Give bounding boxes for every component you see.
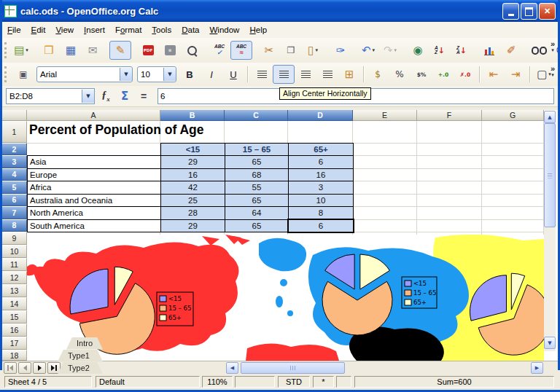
table-row-name[interactable]: Australia and Oceania [27,194,161,208]
table-cell[interactable]: 25 [160,194,225,208]
add-decimal-icon[interactable]: +.0 [432,65,454,84]
last-sheet-button[interactable] [47,362,61,374]
dropdown-icon[interactable]: ▾ [394,47,397,53]
row-header-4[interactable]: 4 [2,168,27,181]
table-cell[interactable]: 42 [160,181,225,195]
table-cell[interactable]: 29 [160,155,225,169]
autospellcheck-icon[interactable]: ABC≈ [230,41,252,60]
row-header-16[interactable]: 16 [2,324,27,337]
insert-chart-icon[interactable] [478,41,500,60]
percent-format-icon[interactable]: % [389,65,411,84]
standard-format-icon[interactable]: $% [411,65,432,84]
spellcheck-icon[interactable]: ABC✓ [209,41,230,60]
first-sheet-button[interactable] [4,362,17,374]
column-header-F[interactable]: F [417,109,482,121]
table-row-name[interactable]: North America [27,206,161,220]
row-header-17[interactable]: 17 [2,337,27,350]
table-cell[interactable]: 68 [225,168,289,182]
row-header-9[interactable]: 9 [2,232,27,245]
page-preview-icon[interactable] [181,41,203,60]
maximize-button[interactable] [521,3,537,20]
copy-icon[interactable]: ❐ [280,41,302,60]
row-header-5[interactable]: 5 [2,181,27,194]
function-button[interactable]: = [136,88,152,104]
menu-help[interactable]: Help [244,23,272,36]
table-cell[interactable]: 65 [225,219,289,233]
currency-format-icon[interactable]: $ [367,65,389,84]
align-right-icon[interactable] [295,65,316,84]
toolbar-overflow-button[interactable]: »▾ [551,65,555,78]
scroll-down-icon[interactable]: ▼ [544,337,556,349]
name-box[interactable]: B2:D8 ▼ [6,88,95,104]
menu-view[interactable]: View [50,23,79,36]
menu-format[interactable]: Format [110,23,147,36]
scroll-right-icon[interactable]: ▶ [531,362,543,374]
dropdown-icon[interactable]: ▼ [163,68,176,81]
horizontal-scroll-thumb[interactable] [241,362,345,374]
row-header-6[interactable]: 6 [2,194,27,207]
table-cell[interactable]: 16 [288,168,354,182]
row-header-15[interactable]: 15 [2,310,27,324]
sort-ascending-icon[interactable]: AZ↓ [429,41,451,60]
bold-button[interactable]: B [179,65,201,84]
paste-icon[interactable]: ▯▾ [302,41,324,60]
row-header-14[interactable]: 14 [2,297,27,310]
sum-button[interactable]: Σ [117,88,133,104]
row-header-8[interactable]: 8 [2,219,27,232]
undo-icon[interactable]: ↶▾ [357,41,379,60]
status-zoom[interactable]: 110% [202,376,233,388]
save-icon[interactable]: ▦ [60,41,82,60]
function-wizard-button[interactable]: ƒx [98,88,114,104]
sheet-tab-type1[interactable]: Type1 [58,350,103,362]
spreadsheet-grid[interactable]: <1515 – 6565+<1515 – 6565+ <1515 – 6565+… [0,109,560,361]
table-row-name[interactable]: South America [27,219,161,233]
world-map-pie-chart[interactable]: <1515 – 6565+<1515 – 6565+ [27,235,544,361]
cut-icon[interactable]: ✂ [258,41,280,60]
table-cell[interactable]: 65 [225,194,289,208]
sheet-tab-intro[interactable]: Intro [66,337,103,350]
table-cell[interactable]: 10 [288,194,354,208]
table-cell[interactable]: 3 [288,181,354,195]
menu-insert[interactable]: Insert [79,23,110,36]
scroll-left-icon[interactable]: ◀ [226,362,238,374]
table-cell[interactable]: 16 [160,168,225,182]
underline-button[interactable]: U [222,65,244,84]
toolbar-grip[interactable] [4,66,9,82]
sheet-tab-type2[interactable]: Type2 [58,362,103,375]
column-header-B[interactable]: B [160,109,225,121]
font-name-combo[interactable]: Arial▼ [36,66,133,82]
column-header-E[interactable]: E [353,109,417,121]
column-header-C[interactable]: C [225,109,288,121]
menu-data[interactable]: Data [176,23,204,36]
row-header-13[interactable]: 13 [2,284,27,297]
menu-window[interactable]: Window [205,23,245,36]
menu-tools[interactable]: Tools [147,23,176,36]
status-selection-mode[interactable]: STD [278,376,310,388]
menu-file[interactable]: File [2,23,26,36]
column-header-A[interactable]: A [27,109,160,121]
row-header-7[interactable]: 7 [2,206,27,219]
decrease-indent-icon[interactable]: ⇤ [483,65,505,84]
dropdown-icon[interactable]: ▾ [315,47,318,53]
minimize-button[interactable] [502,3,519,20]
column-header-G[interactable]: G [482,109,544,121]
export-pdf-icon[interactable]: PDF [137,41,159,60]
italic-button[interactable]: I [201,65,222,84]
table-cell[interactable]: 6 [288,155,354,169]
vertical-scroll-thumb[interactable] [544,123,556,227]
table-row-name[interactable]: Asia [27,155,161,169]
vertical-scrollbar[interactable]: ▲ ▼ [544,111,556,351]
draw-functions-icon[interactable]: ✐ [500,41,522,60]
table-col-header[interactable]: 65+ [288,143,354,156]
increase-indent-icon[interactable]: ⇥ [505,65,526,84]
name-box-dropdown-icon[interactable]: ▼ [82,90,94,103]
row-header-12[interactable]: 12 [2,271,27,284]
table-cell[interactable]: 65 [225,155,289,169]
print-icon[interactable]: ≡ [159,41,181,60]
next-sheet-button[interactable] [33,362,46,374]
select-all-corner[interactable] [2,109,27,121]
table-cell[interactable]: 55 [225,181,289,195]
row-header-18[interactable]: 18 [2,350,27,361]
email-icon[interactable]: ✉ [82,41,104,60]
sort-descending-icon[interactable]: ZA↓ [451,41,472,60]
